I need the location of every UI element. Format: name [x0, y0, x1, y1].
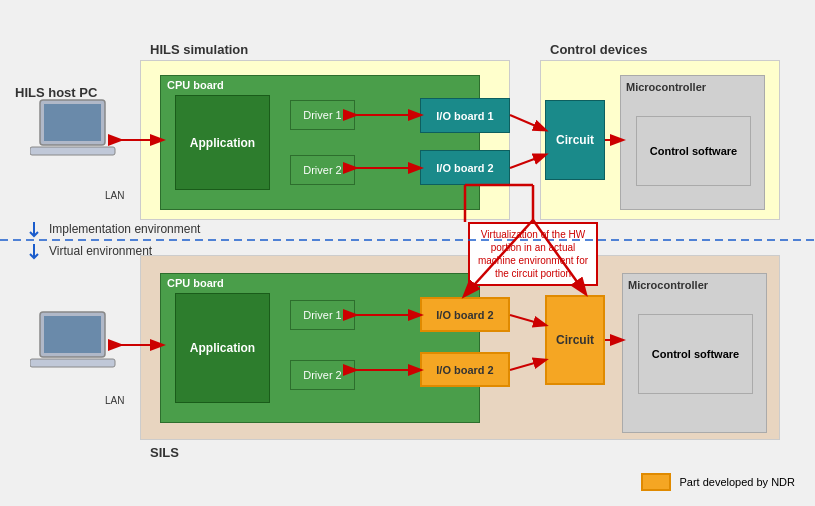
- divider-area: Implementation environment Virtual envir…: [0, 220, 815, 270]
- hils-simulation-label: HILS simulation: [150, 42, 248, 57]
- sils-driver2-box: Driver 2: [290, 360, 355, 390]
- hils-microcontroller-label: Microcontroller: [626, 81, 706, 93]
- sils-driver2-label: Driver 2: [303, 369, 342, 381]
- implementation-env-label: Implementation environment: [25, 220, 200, 238]
- virtualization-text: Virtualization of the HW portion in an a…: [478, 229, 588, 279]
- hils-lan-label: LAN: [105, 190, 124, 201]
- legend-swatch: [641, 473, 671, 491]
- virtualization-callout: Virtualization of the HW portion in an a…: [468, 222, 598, 286]
- sils-microcontroller-box: Microcontroller Control software: [622, 273, 767, 433]
- hils-driver2-label: Driver 2: [303, 164, 342, 176]
- sils-circuit-label: Circuit: [556, 333, 594, 347]
- hils-io-board2: I/O board 2: [420, 150, 510, 185]
- hils-application-box: Application: [175, 95, 270, 190]
- svg-rect-4: [44, 316, 101, 353]
- sils-control-software-label: Control software: [652, 348, 739, 360]
- hils-io-board1-label: I/O board 1: [436, 110, 493, 122]
- sils-io-board2-label: I/O board 2: [436, 364, 493, 376]
- hils-circuit-box: Circuit: [545, 100, 605, 180]
- sils-application-label: Application: [190, 341, 255, 355]
- hils-driver2-box: Driver 2: [290, 155, 355, 185]
- sils-circuit-box: Circuit: [545, 295, 605, 385]
- sils-laptop-icon: [30, 307, 120, 377]
- hils-control-software-label: Control software: [650, 145, 737, 157]
- hils-microcontroller-box: Microcontroller Control software: [620, 75, 765, 210]
- legend-label: Part developed by NDR: [679, 476, 795, 488]
- sils-driver1-box: Driver 1: [290, 300, 355, 330]
- sils-cpu-board-label: CPU board: [167, 277, 224, 289]
- sils-microcontroller-label: Microcontroller: [628, 279, 708, 291]
- sils-control-software-box: Control software: [638, 314, 753, 394]
- hils-laptop-icon: [30, 95, 120, 165]
- hils-control-software-box: Control software: [636, 116, 751, 186]
- hils-driver1-box: Driver 1: [290, 100, 355, 130]
- hils-driver1-label: Driver 1: [303, 109, 342, 121]
- svg-rect-5: [30, 359, 115, 367]
- legend: Part developed by NDR: [641, 473, 795, 491]
- sils-label: SILS: [150, 445, 179, 460]
- sils-io-board1: I/O board 2: [420, 297, 510, 332]
- hils-io-board1: I/O board 1: [420, 98, 510, 133]
- sils-driver1-label: Driver 1: [303, 309, 342, 321]
- hils-cpu-board-label: CPU board: [167, 79, 224, 91]
- virtual-env-label: Virtual environment: [25, 242, 152, 260]
- sils-io-board1-label: I/O board 2: [436, 309, 493, 321]
- sils-lan-label: LAN: [105, 395, 124, 406]
- sils-io-board2: I/O board 2: [420, 352, 510, 387]
- hils-application-label: Application: [190, 136, 255, 150]
- control-devices-label: Control devices: [550, 42, 648, 57]
- svg-rect-1: [44, 104, 101, 141]
- sils-application-box: Application: [175, 293, 270, 403]
- svg-rect-2: [30, 147, 115, 155]
- hils-io-board2-label: I/O board 2: [436, 162, 493, 174]
- hils-circuit-label: Circuit: [556, 133, 594, 147]
